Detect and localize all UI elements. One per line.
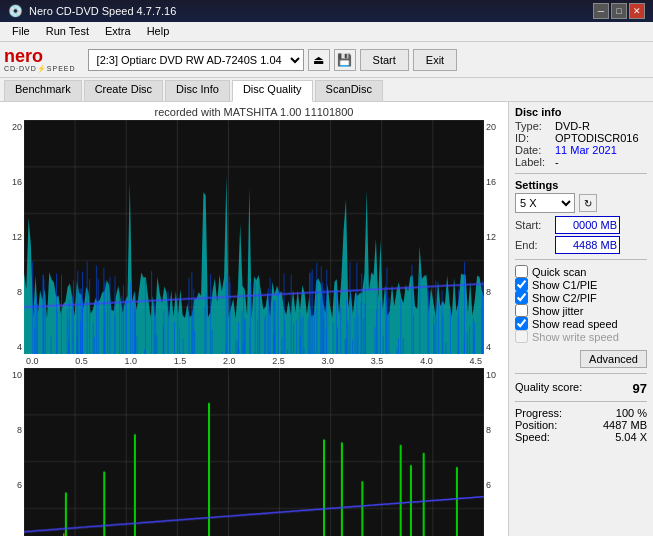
- disc-id-label: ID:: [515, 132, 551, 144]
- chart-title: recorded with MATSHITA 1.00 11101800: [4, 106, 504, 118]
- title-bar-left: 💿 Nero CD-DVD Speed 4.7.7.16: [8, 4, 176, 18]
- disc-label-row: Label: -: [515, 156, 647, 168]
- tabs: Benchmark Create Disc Disc Info Disc Qua…: [0, 78, 653, 102]
- y-label-top-4: 4: [6, 342, 22, 352]
- disc-info-section: Disc info Type: DVD-R ID: OPTODISCR016 D…: [515, 106, 647, 168]
- chart-container: 20 16 12 8 4 20 16 12 8 4: [4, 120, 504, 536]
- nero-logo: nero CD·DVD⚡SPEED: [4, 47, 76, 73]
- y-label-top-right-0: 20: [486, 122, 502, 132]
- speed-select[interactable]: 5 X: [515, 193, 575, 213]
- checkboxes-section: Quick scan Show C1/PIE Show C2/PIF Show …: [515, 265, 647, 343]
- close-button[interactable]: ✕: [629, 3, 645, 19]
- tab-create-disc[interactable]: Create Disc: [84, 80, 163, 101]
- title-bar-controls: ─ □ ✕: [593, 3, 645, 19]
- disc-date-value: 11 Mar 2021: [555, 144, 617, 156]
- y-label-top-right-1: 16: [486, 177, 502, 187]
- tab-benchmark[interactable]: Benchmark: [4, 80, 82, 101]
- divider-1: [515, 173, 647, 174]
- show-c1pie-label: Show C1/PIE: [532, 279, 597, 291]
- refresh-icon[interactable]: ↻: [579, 194, 597, 212]
- progress-section: Progress: 100 % Position: 4487 MB Speed:…: [515, 407, 647, 443]
- disc-id-value: OPTODISCR016: [555, 132, 639, 144]
- tab-scan-disc[interactable]: ScanDisc: [315, 80, 383, 101]
- divider-4: [515, 401, 647, 402]
- quality-score-label: Quality score:: [515, 381, 582, 396]
- divider-3: [515, 373, 647, 374]
- show-jitter-row: Show jitter: [515, 304, 647, 317]
- disc-type-label: Type:: [515, 120, 551, 132]
- y-label-top-0: 20: [6, 122, 22, 132]
- settings-section: Settings 5 X ↻ Start: End:: [515, 179, 647, 254]
- x-labels: 0.0 0.5 1.0 1.5 2.0 2.5 3.0 3.5 4.0 4.5: [4, 356, 504, 366]
- end-label: End:: [515, 239, 551, 251]
- top-chart-canvas: [24, 120, 484, 354]
- progress-value: 100 %: [616, 407, 647, 419]
- show-c1pie-row: Show C1/PIE: [515, 278, 647, 291]
- y-label-top-right-2: 12: [486, 232, 502, 242]
- start-row: Start:: [515, 216, 647, 234]
- save-button[interactable]: 💾: [334, 49, 356, 71]
- y-label-top-3: 8: [6, 287, 22, 297]
- show-write-speed-label: Show write speed: [532, 331, 619, 343]
- disc-type-row: Type: DVD-R: [515, 120, 647, 132]
- advanced-button[interactable]: Advanced: [580, 350, 647, 368]
- disc-type-value: DVD-R: [555, 120, 590, 132]
- bottom-chart-canvas: [24, 368, 484, 536]
- speed-row: 5 X ↻: [515, 193, 647, 213]
- drive-select[interactable]: [2:3] Optiarc DVD RW AD-7240S 1.04: [88, 49, 304, 71]
- y-label-top-2: 12: [6, 232, 22, 242]
- tab-disc-info[interactable]: Disc Info: [165, 80, 230, 101]
- settings-title: Settings: [515, 179, 647, 191]
- disc-label-value: -: [555, 156, 559, 168]
- quality-score-row: Quality score: 97: [515, 381, 647, 396]
- end-row: End:: [515, 236, 647, 254]
- progress-row: Progress: 100 %: [515, 407, 647, 419]
- nero-sub: CD·DVD⚡SPEED: [4, 65, 76, 73]
- start-button[interactable]: Start: [360, 49, 409, 71]
- menu-help[interactable]: Help: [139, 24, 178, 39]
- show-c2pif-checkbox[interactable]: [515, 291, 528, 304]
- speed-label: Speed:: [515, 431, 550, 443]
- show-write-speed-checkbox[interactable]: [515, 330, 528, 343]
- speed-row-progress: Speed: 5.04 X: [515, 431, 647, 443]
- start-input[interactable]: [555, 216, 620, 234]
- show-read-speed-checkbox[interactable]: [515, 317, 528, 330]
- end-input[interactable]: [555, 236, 620, 254]
- title-bar: 💿 Nero CD-DVD Speed 4.7.7.16 ─ □ ✕: [0, 0, 653, 22]
- menu-run-test[interactable]: Run Test: [38, 24, 97, 39]
- position-value: 4487 MB: [603, 419, 647, 431]
- right-panel: Disc info Type: DVD-R ID: OPTODISCR016 D…: [508, 102, 653, 536]
- window-title: Nero CD-DVD Speed 4.7.7.16: [29, 5, 176, 17]
- position-label: Position:: [515, 419, 557, 431]
- disc-date-label: Date:: [515, 144, 551, 156]
- maximize-button[interactable]: □: [611, 3, 627, 19]
- start-label: Start:: [515, 219, 551, 231]
- menu-extra[interactable]: Extra: [97, 24, 139, 39]
- disc-date-row: Date: 11 Mar 2021: [515, 144, 647, 156]
- quick-scan-checkbox[interactable]: [515, 265, 528, 278]
- disc-label-label: Label:: [515, 156, 551, 168]
- exit-button[interactable]: Exit: [413, 49, 457, 71]
- show-read-speed-label: Show read speed: [532, 318, 618, 330]
- main-content: recorded with MATSHITA 1.00 11101800 20 …: [0, 102, 653, 536]
- show-write-speed-row: Show write speed: [515, 330, 647, 343]
- progress-label: Progress:: [515, 407, 562, 419]
- eject-button[interactable]: ⏏: [308, 49, 330, 71]
- tab-disc-quality[interactable]: Disc Quality: [232, 80, 313, 102]
- quality-score-value: 97: [633, 381, 647, 396]
- y-label-top-1: 16: [6, 177, 22, 187]
- speed-value: 5.04 X: [615, 431, 647, 443]
- disc-id-row: ID: OPTODISCR016: [515, 132, 647, 144]
- show-c2pif-label: Show C2/PIF: [532, 292, 597, 304]
- show-jitter-checkbox[interactable]: [515, 304, 528, 317]
- chart-area: recorded with MATSHITA 1.00 11101800 20 …: [0, 102, 508, 536]
- show-jitter-label: Show jitter: [532, 305, 583, 317]
- y-label-top-right-4: 4: [486, 342, 502, 352]
- menu-file[interactable]: File: [4, 24, 38, 39]
- minimize-button[interactable]: ─: [593, 3, 609, 19]
- y-label-bot-1: 8: [6, 425, 22, 435]
- y-label-top-right-3: 8: [486, 287, 502, 297]
- show-c1pie-checkbox[interactable]: [515, 278, 528, 291]
- show-c2pif-row: Show C2/PIF: [515, 291, 647, 304]
- divider-2: [515, 259, 647, 260]
